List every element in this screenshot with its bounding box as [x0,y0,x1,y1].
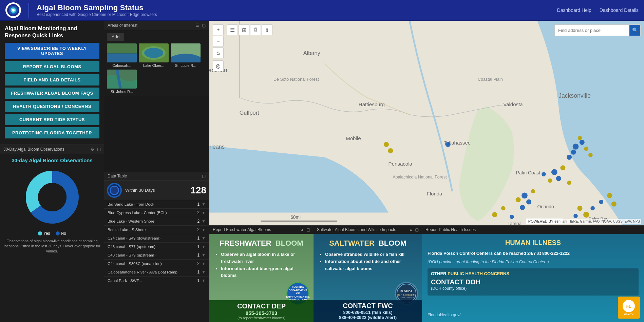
zoom-in-button[interactable]: + [213,24,224,35]
chevron-down-icon: ▼ [202,227,206,232]
health-questions-button[interactable]: HEALTH QUESTIONS / CONCERNS [5,101,99,112]
row-count: 1 [197,236,200,241]
areas-menu-icon[interactable]: ☰ [195,23,199,28]
table-row[interactable]: Caloosahatchee River - Alva Boat Ramp 1 … [104,268,209,277]
area-thumb-img-lake-okeechobee [139,43,169,62]
table-row[interactable]: C44 canal - S308C (canal side) 2 ▼ [104,260,209,268]
map-container[interactable]: Jackson Albany Hattiesburg Gulfport New … [209,21,644,225]
freshwater-body: FRESHWATER BLOOM Observe an algal bloom … [209,234,314,284]
areas-header-icons: ☰ ▢ [195,23,206,28]
svg-text:New Orleans: New Orleans [209,144,225,150]
chevron-down-icon: ▼ [202,219,206,224]
row-count: 2 [197,219,200,224]
data-table-header-icons: ▢ [202,174,206,178]
saltwater-scroll-up[interactable]: ▲ [409,227,413,232]
table-row[interactable]: Canal Park - SWF... 1 ▼ [104,277,209,285]
observations-note: Observations of algal bloom-like conditi… [3,239,101,254]
row-label: C43 canal - S79 (upstream) [108,253,197,257]
sw-bullet-1: Observe stranded wildlife or a fish kill [325,251,417,258]
field-lab-button[interactable]: FIELD AND LAB DETAILS [5,74,99,86]
area-thumbnails: Caloosah... Lake Okee... [107,43,206,94]
freshwater-faqs-button[interactable]: FRESHWATER ALGAL BLOOM FAQS [5,88,99,99]
nav-dashboard-details[interactable]: Dashboard Details [600,7,639,13]
svg-point-55 [516,197,521,202]
area-thumb-img-st-lucie [171,43,201,62]
table-row[interactable]: Big Sand Lake - from Dock 1 ▼ [104,200,209,209]
add-area-button[interactable]: Add [107,33,124,41]
fwc-phone2: 888-404-3922 (wildlife Alert) [315,315,421,320]
svg-point-50 [560,165,565,170]
table-row[interactable]: C24 canal - S49 (downstream) 1 ▼ [104,234,209,243]
protecting-florida-button[interactable]: PROTECTING FLORIDA TOGETHER [5,127,99,138]
table-row[interactable]: C43 canal - S79 (upstream) 1 ▼ [104,251,209,260]
area-thumb-st-johns[interactable]: St. Johns R... [107,70,137,94]
freshwater-header-icons: ▲ ▢ [300,227,310,232]
health-report-section: Report Public Health Issues HUMAN ILLNES… [422,226,644,322]
areas-content: Add Caloosah... [104,30,209,96]
row-label: Bonita Lake - S Shore [108,228,197,232]
home-button[interactable]: ⌂ [213,48,224,58]
map-search-button[interactable]: 🔍 [629,25,640,36]
info-button[interactable]: ℹ [262,24,272,35]
area-thumb-caloosahatchee[interactable]: Caloosah... [107,43,137,68]
table-row[interactable]: Bonita Lake - S Shore 2 ▼ [104,226,209,234]
saltwater-collapse-icon[interactable]: ▢ [415,227,419,232]
observations-chart-title: 30-day Algal Bloom Observations [3,157,101,163]
fwc-phone1: 800-636-0511 (fish kills) [315,310,421,315]
dt-collapse-icon[interactable]: ▢ [202,174,206,178]
bottom-panels: Report Freshwater Algal Blooms ▲ ▢ FRESH… [209,225,644,322]
svg-rect-8 [107,54,137,62]
report-blooms-button[interactable]: REPORT ALGAL BLOOMS [5,61,99,72]
svg-text:Coastal Plain: Coastal Plain [478,77,503,82]
contact-doh-sub: (DOH county office) [431,286,635,291]
chevron-down-icon: ▼ [202,210,206,215]
table-row[interactable]: Blue Lake - Western Shore 2 ▼ [104,217,209,226]
health-content: HUMAN ILLNESS Florida Poison Control Cen… [422,234,644,322]
dep-phone: 855-305-3703 [211,310,312,316]
app-subtitle: Best experienced with Google Chrome or M… [37,12,552,17]
other-concerns-title: OTHER PUBLIC HEALTH CONCERNS [431,271,635,276]
freshwater-collapse-icon[interactable]: ▢ [306,227,310,232]
weekly-updates-button[interactable]: VIEW/SUBSCRIBE TO WEEKLY UPDATES [5,43,99,59]
freshwater-report-section: Report Freshwater Algal Blooms ▲ ▢ FRESH… [209,226,314,322]
areas-panel-header: Areas of Interest ☰ ▢ [104,21,209,30]
table-row[interactable]: C43 canal - S77 (upstream) 1 ▼ [104,243,209,251]
area-thumb-st-lucie[interactable]: St. Lucie R... [171,43,201,68]
saltwater-report-section: Saltwater Algal Blooms and Wildlife Impa… [314,226,422,322]
red-tide-status-button[interactable]: CURRENT RED TIDE STATUS [5,114,99,125]
header-divider [29,3,29,18]
chevron-down-icon: ▼ [202,270,206,274]
nav-dashboard-help[interactable]: Dashboard Help [557,7,591,13]
locate-button[interactable]: ◎ [213,60,224,71]
svg-point-66 [599,200,603,204]
row-count: 1 [197,202,200,207]
svg-text:FL: FL [626,304,631,309]
collapse-icon[interactable]: ▢ [97,147,101,152]
map-view-buttons: ☰ ⊞ ⎙ ℹ [227,24,272,35]
area-thumb-lake-okeechobee[interactable]: Lake Okee... [139,43,169,68]
row-label: Big Sand Lake - from Dock [108,202,197,206]
map-search-input[interactable] [555,26,629,35]
areas-collapse-icon[interactable]: ▢ [202,23,206,28]
svg-point-60 [510,215,514,219]
freshwater-cta: CONTACT DEP 855-305-3703 (to report fres… [209,300,314,322]
settings-icon[interactable]: ⚙ [91,147,94,152]
data-table-rows[interactable]: Big Sand Lake - from Dock 1 ▼ Blue Cypre… [104,200,209,322]
map-search[interactable]: 🔍 [554,24,641,36]
left-sidebar: Algal Bloom Monitoring and Response Quic… [0,21,104,322]
contact-fwc-label: CONTACT FWC [315,302,421,310]
grid-view-button[interactable]: ⊞ [239,24,249,35]
table-row[interactable]: Blue Cypress Lake - Center (BCL) 2 ▼ [104,209,209,217]
chevron-down-icon: ▼ [202,261,206,266]
svg-text:Apalachicola National Forest: Apalachicola National Forest [393,175,447,179]
fw-bullet-2: Information about blue-green algal bloom… [221,265,308,280]
list-view-button[interactable]: ☰ [227,24,238,35]
svg-text:Florida: Florida [427,191,443,196]
print-button[interactable]: ⎙ [250,24,261,35]
svg-text:60mi: 60mi [290,215,301,220]
freshwater-scroll-up[interactable]: ▲ [300,227,304,232]
row-count: 1 [197,244,200,249]
areas-of-interest-panel: Areas of Interest ☰ ▢ Add [104,21,209,172]
zoom-out-button[interactable]: − [213,36,224,47]
legend-no-label: No [61,231,66,236]
